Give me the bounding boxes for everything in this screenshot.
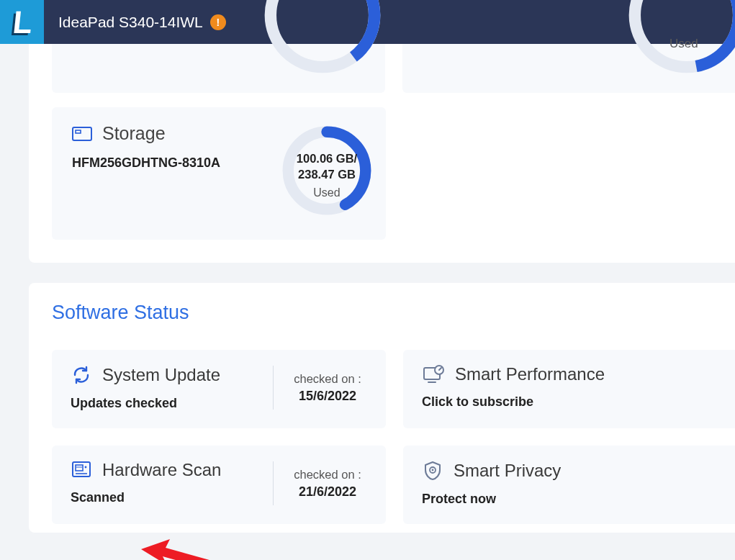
shield-icon [422,460,443,482]
divider [273,461,274,505]
progress-ring: Used [628,0,735,74]
card-smart-performance[interactable]: Smart Performance Click to subscribe [403,350,735,428]
system-update-meta: checked on : 15/6/2022 [288,364,367,411]
annotation-arrow [141,539,328,560]
used-label: Used [281,186,373,199]
software-status-title: Software Status [52,302,735,324]
card-smart-privacy[interactable]: Smart Privacy Protect now [403,446,735,524]
storage-progress-ring: 100.06 GB/ 238.47 GB Used [281,125,373,217]
hardware-card-cpu[interactable] [52,44,385,93]
smart-performance-status: Click to subscribe [422,394,717,410]
storage-title: Storage [102,123,166,144]
device-name: IdeaPad S340-14IWL [58,14,203,31]
storage-total: 238.47 GB [298,168,356,181]
hardware-scan-title: Hardware Scan [102,460,221,480]
smart-privacy-status: Protect now [422,492,717,507]
alert-symbol: ! [216,17,220,28]
svg-marker-19 [141,539,325,560]
svg-rect-13 [76,465,83,471]
svg-point-16 [85,466,87,469]
svg-rect-4 [73,127,91,140]
performance-icon [422,364,445,384]
storage-icon [72,127,92,141]
hardware-scan-status: Scanned [71,490,258,505]
logo-letter: L [11,4,32,40]
svg-rect-5 [76,130,81,133]
checked-label: checked on : [288,372,367,386]
checked-date: 21/6/2022 [288,484,367,500]
software-status-section: Software Status System Update [29,283,735,533]
system-update-status: Updates checked [71,396,258,411]
checked-label: checked on : [288,468,367,482]
hardware-card-memory[interactable]: Used [402,44,735,93]
progress-ring [263,0,382,74]
refresh-icon [71,364,92,386]
smart-performance-title: Smart Performance [455,364,605,384]
storage-values: 100.06 GB/ 238.47 GB [281,150,373,183]
checked-date: 15/6/2022 [288,389,367,404]
storage-used: 100.06 GB/ [297,152,357,165]
divider [273,366,274,410]
system-update-title: System Update [102,365,220,385]
smart-privacy-title: Smart Privacy [454,461,561,481]
hardware-card-storage[interactable]: Storage HFM256GDHTNG-8310A 100.06 GB/ 23… [52,107,386,240]
used-label: Used [669,37,720,51]
app-logo[interactable]: L [0,0,44,44]
motherboard-icon [71,460,92,480]
card-hardware-scan[interactable]: Hardware Scan Scanned checked on : 21/6/… [52,446,386,524]
alert-icon[interactable]: ! [210,14,226,30]
svg-point-18 [432,469,434,471]
hardware-scan-meta: checked on : 21/6/2022 [288,460,367,507]
card-system-update[interactable]: System Update Updates checked checked on… [52,350,386,428]
hardware-status-section: Used Storage HFM256GDHTNG-8310A 100.06 [29,44,735,263]
